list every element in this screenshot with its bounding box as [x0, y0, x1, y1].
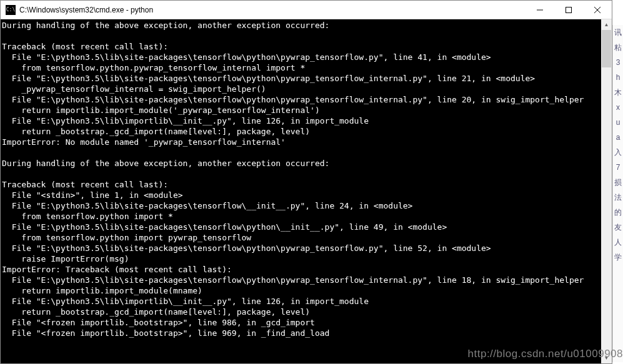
side-char: 粘: [613, 40, 623, 55]
window-controls: [526, 1, 612, 19]
side-char: u: [613, 115, 623, 130]
title-bar[interactable]: C:\ C:\Windows\system32\cmd.exe - python: [1, 1, 612, 19]
scroll-thumb[interactable]: [602, 30, 611, 67]
minimize-icon: [537, 7, 543, 13]
vertical-scrollbar[interactable]: ▲ ▼: [601, 19, 612, 363]
side-char: 讯: [613, 25, 623, 40]
terminal-line: return importlib.import_module('_pywrap_…: [2, 105, 601, 116]
close-icon: [594, 7, 601, 13]
maximize-button[interactable]: [554, 1, 583, 19]
side-char: 7: [613, 160, 623, 175]
window-title: C:\Windows\system32\cmd.exe - python: [19, 6, 526, 14]
terminal-line: File "E:\python3.5\lib\importlib\__init_…: [2, 116, 601, 126]
terminal-line: Traceback (most recent call last):: [2, 179, 601, 190]
side-char: 学: [613, 250, 623, 265]
terminal-line: File "E:\python3.5\lib\importlib\__init_…: [2, 296, 601, 307]
terminal-line: _pywrap_tensorflow_internal = swig_impor…: [2, 84, 601, 94]
terminal-line: File "E:\python3.5\lib\site-packages\ten…: [2, 52, 601, 62]
terminal-line: File "E:\python3.5\lib\site-packages\ten…: [2, 275, 601, 285]
terminal-line: During handling of the above exception, …: [2, 20, 601, 31]
terminal-line: [2, 31, 601, 41]
minimize-button[interactable]: [526, 1, 554, 19]
terminal-line: File "<frozen importlib._bootstrap>", li…: [2, 317, 601, 328]
scroll-down-arrow[interactable]: ▼: [601, 353, 612, 363]
terminal-line: [2, 169, 601, 179]
side-char: 木: [613, 85, 623, 100]
terminal-line: File "E:\python3.5\lib\site-packages\ten…: [2, 200, 601, 211]
side-strip: 讯粘3h木xua入7损法的友人学: [612, 25, 623, 362]
terminal-line: return _bootstrap._gcd_import(name[level…: [2, 307, 601, 317]
scroll-up-arrow[interactable]: ▲: [601, 19, 612, 30]
terminal-line: return importlib.import_module(mname): [2, 285, 601, 296]
terminal-line: During handling of the above exception, …: [2, 158, 601, 169]
terminal-line: ImportError: No module named '_pywrap_te…: [2, 137, 601, 147]
terminal-line: return _bootstrap._gcd_import(name[level…: [2, 126, 601, 137]
terminal-line: File "<frozen importlib._bootstrap>", li…: [2, 328, 601, 338]
svg-rect-1: [566, 7, 572, 12]
terminal-line: File "E:\python3.5\lib\site-packages\ten…: [2, 243, 601, 253]
cmd-window: C:\ C:\Windows\system32\cmd.exe - python…: [0, 0, 612, 364]
terminal-line: [2, 147, 601, 158]
terminal-line: from tensorflow.python import *: [2, 211, 601, 222]
terminal-output[interactable]: During handling of the above exception, …: [1, 19, 601, 363]
side-char: x: [613, 100, 623, 115]
terminal-container: During handling of the above exception, …: [1, 19, 612, 363]
terminal-line: from tensorflow.python.pywrap_tensorflow…: [2, 62, 601, 73]
terminal-line: File "<stdin>", line 1, in <module>: [2, 190, 601, 200]
terminal-line: ImportError: Traceback (most recent call…: [2, 264, 601, 275]
side-char: 友: [613, 220, 623, 235]
side-char: h: [613, 70, 623, 85]
close-button[interactable]: [583, 1, 612, 19]
side-char: 人: [613, 235, 623, 250]
side-char: 入: [613, 145, 623, 160]
side-char: 3: [613, 55, 623, 70]
side-char: 损: [613, 175, 623, 190]
side-char: 的: [613, 205, 623, 220]
terminal-line: raise ImportError(msg): [2, 253, 601, 264]
maximize-icon: [566, 7, 572, 13]
app-icon: C:\: [6, 5, 16, 15]
side-char: 法: [613, 190, 623, 205]
side-char: a: [613, 130, 623, 145]
terminal-line: File "E:\python3.5\lib\site-packages\ten…: [2, 94, 601, 105]
terminal-line: Traceback (most recent call last):: [2, 41, 601, 52]
terminal-line: from tensorflow.python import pywrap_ten…: [2, 232, 601, 243]
terminal-line: File "E:\python3.5\lib\site-packages\ten…: [2, 222, 601, 232]
terminal-line: File "E:\python3.5\lib\site-packages\ten…: [2, 73, 601, 84]
